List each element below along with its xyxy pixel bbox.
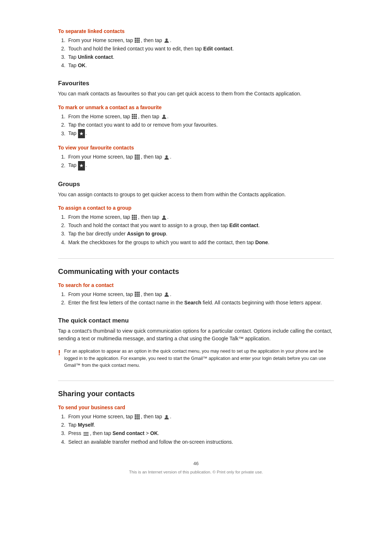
- svg-point-2: [166, 155, 168, 157]
- svg-point-4: [166, 292, 168, 295]
- grid-icon: [135, 38, 140, 44]
- search-contact-heading: To search for a contact: [58, 282, 334, 288]
- mark-favourite-heading: To mark or unmark a contact as a favouri…: [58, 104, 334, 110]
- favourites-section: Favourites You can mark contacts as favo…: [58, 80, 334, 170]
- step-item: Tap Unlink contact.: [67, 53, 334, 61]
- person-icon: [164, 414, 170, 420]
- grid-icon: [132, 114, 138, 120]
- person-icon: [161, 215, 167, 221]
- favourites-heading: Favourites: [58, 80, 334, 87]
- warning-icon: !: [58, 348, 61, 357]
- step-item: Mark the checkboxes for the groups to wh…: [67, 238, 334, 247]
- sharing-section: Sharing your contacts To send your busin…: [58, 390, 334, 446]
- grid-icon: [135, 155, 140, 160]
- groups-heading: Groups: [58, 181, 334, 188]
- send-card-heading: To send your business card: [58, 405, 334, 410]
- step-item: Select an available transfer method and …: [67, 438, 334, 446]
- section-divider: [58, 258, 334, 259]
- quick-menu-body: Tap a contact's thumbnail to view quick …: [58, 327, 334, 343]
- step-item: Tap the contact you want to add to or re…: [67, 121, 334, 129]
- view-favourite-steps: From your Home screen, tap , then tap . …: [67, 153, 334, 170]
- svg-point-1: [163, 115, 165, 117]
- separate-linked-section: To separate linked contacts From your Ho…: [58, 28, 334, 70]
- step-item: From the Home screen, tap , then tap .: [67, 213, 334, 221]
- grid-icon: [132, 215, 138, 221]
- svg-point-5: [166, 415, 168, 417]
- favourites-body: You can mark contacts as favourites so t…: [58, 90, 334, 98]
- warning-block: ! For an application to appear as an opt…: [58, 348, 334, 369]
- step-item: Tap Myself.: [67, 421, 334, 429]
- step-item: From the Home screen, tap , then tap .: [67, 112, 334, 121]
- star-icon: ★: [78, 129, 85, 138]
- step-item: Tap ★.: [67, 161, 334, 170]
- svg-point-3: [163, 216, 165, 218]
- section-divider-2: [58, 381, 334, 381]
- groups-body: You can assign contacts to groups to get…: [58, 191, 334, 199]
- svg-point-0: [166, 38, 168, 41]
- search-contact-steps: From your Home screen, tap , then tap . …: [67, 290, 334, 307]
- quick-menu-heading: The quick contact menu: [58, 317, 334, 324]
- menu-icon: [83, 432, 89, 436]
- communicating-heading: Communicating with your contacts: [58, 267, 334, 276]
- person-icon: [164, 155, 170, 160]
- person-icon: [161, 114, 167, 120]
- step-item: From your Home screen, tap , then tap .: [67, 290, 334, 299]
- page-number: 46: [58, 461, 334, 466]
- step-item: Enter the first few letters of the conta…: [67, 299, 334, 307]
- mark-favourite-steps: From the Home screen, tap , then tap . T…: [67, 112, 334, 138]
- communicating-section: Communicating with your contacts To sear…: [58, 267, 334, 369]
- separate-linked-steps: From your Home screen, tap , then tap . …: [67, 36, 334, 70]
- step-item: Touch and hold the contact that you want…: [67, 221, 334, 230]
- separate-linked-heading: To separate linked contacts: [58, 28, 334, 34]
- step-item: From your Home screen, tap , then tap .: [67, 36, 334, 45]
- person-icon: [164, 38, 170, 44]
- step-item: Press , then tap Send contact > OK.: [67, 429, 334, 438]
- send-card-steps: From your Home screen, tap , then tap . …: [67, 413, 334, 446]
- assign-group-heading: To assign a contact to a group: [58, 205, 334, 211]
- step-item: Tap OK.: [67, 61, 334, 70]
- view-favourite-heading: To view your favourite contacts: [58, 145, 334, 151]
- grid-icon: [135, 414, 140, 420]
- person-icon: [164, 292, 170, 297]
- warning-text: For an application to appear as an optio…: [64, 348, 334, 369]
- grid-icon: [135, 292, 140, 297]
- sharing-heading: Sharing your contacts: [58, 390, 334, 398]
- groups-section: Groups You can assign contacts to groups…: [58, 181, 334, 247]
- step-item: Tap ★.: [67, 129, 334, 138]
- step-item: Touch and hold the linked contact you wa…: [67, 45, 334, 53]
- step-item: From your Home screen, tap , then tap .: [67, 413, 334, 421]
- assign-group-steps: From the Home screen, tap , then tap . T…: [67, 213, 334, 246]
- footer-text: This is an Internet version of this publ…: [58, 470, 334, 474]
- step-item: Tap the bar directly under Assign to gro…: [67, 230, 334, 238]
- star-icon: ★: [78, 161, 85, 170]
- step-item: From your Home screen, tap , then tap .: [67, 153, 334, 161]
